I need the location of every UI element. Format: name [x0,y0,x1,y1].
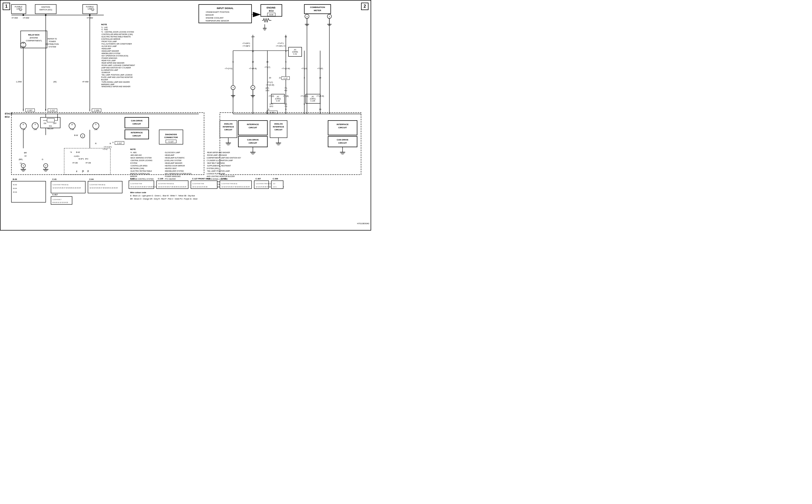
svg-text:INTERFACE: INTERFACE [337,123,348,126]
svg-text:*3: *3 [20,162,21,165]
svg-text:COMBINATION: COMBINATION [310,6,325,8]
svg-text:<T>GR-L*2: <T>GR-L*2 [276,45,285,47]
svg-text:12 13 14 15 16 17 18 19 20 21 : 12 13 14 15 16 17 18 19 20 21 22 23 24 [52,187,81,189]
svg-text:8: 8 [23,123,24,125]
svg-text:1 2 3 4 5  6 7 8 9 10 11: 1 2 3 4 5 6 7 8 9 10 11 [52,184,68,185]
svg-text:9: 9 [35,123,36,125]
svg-text:C-307: C-307 [255,178,261,180]
svg-text:·HEATED DOOR MIRROR: ·HEATED DOOR MIRROR [164,165,185,167]
page-container: 1 2 FUSIBLE LINK 24 <F>8W <F>8W IGNITION… [0,0,371,231]
svg-text:J/C: J/C [311,96,314,98]
svg-text:ECU: ECU [5,116,10,118]
svg-text:·IMMOBILIZER SYSTEM: ·IMMOBILIZER SYSTEM [101,52,120,54]
svg-text:Wire colour code: Wire colour code [130,191,146,194]
svg-text:·FRONT FOG LAMP: ·FRONT FOG LAMP [101,41,117,42]
svg-text:10A: 10A [94,129,98,130]
svg-text:B*2: B*2 [85,158,88,160]
svg-text:C-309: C-309 [94,109,99,111]
svg-text:<T>SB*2: <T>SB*2 [242,45,250,47]
svg-text:J/C: J/C [277,96,279,98]
svg-text:2: 2 [23,108,24,111]
svg-text:CIRCUIT: CIRCUIT [249,126,257,129]
svg-text:B-W: B-W [74,134,78,136]
svg-text:C-37: C-37 [284,77,288,79]
svg-text:OFF: OFF [53,122,56,124]
svg-text:(W): (W) [53,81,57,83]
svg-text:1 2 3 4  5 6 7 8 9: 1 2 3 4 5 6 7 8 9 [130,183,142,184]
svg-text:20*2: 20*2 [269,105,273,107]
svg-text:3: 3 [306,16,307,17]
svg-text:1 2 1: 1 2 1 [273,186,276,188]
svg-text:10 11 12 13 14 15 16 17 18 19 : 10 11 12 13 14 15 16 17 18 19 20 21 22 [130,186,159,188]
svg-text:·HEADLAMP: ·HEADLAMP [101,48,111,50]
svg-text:CAN DRIVE: CAN DRIVE [247,139,259,141]
svg-text:<LHD>: <LHD> [74,155,79,157]
svg-text:7*2: 7*2 [284,105,287,107]
svg-text:19*1: 19*1 [269,103,273,105]
svg-text:<F>2B: <F>2B [72,162,78,164]
svg-text:ILLUMINATION LAMP: ILLUMINATION LAMP [101,69,118,71]
svg-text:CIRCUIT: CIRCUIT [338,126,347,129]
svg-text:ANALOG: ANALOG [224,123,232,125]
svg-text:B-W: B-W [76,151,80,153]
svg-text:CIRCUIT: CIRCUIT [132,135,141,137]
svg-text:·HEADLAMP AUTOMATIC: ·HEADLAMP AUTOMATIC [164,157,185,159]
svg-text:·ELECTRIC RETRACTABLE: ·ELECTRIC RETRACTABLE [130,170,152,172]
svg-text:(CAN1): (CAN1) [310,98,316,100]
svg-text:<F>8W: <F>8W [11,17,18,19]
svg-text:1 2 3 4 5 6 7 8 9 10 11: 1 2 3 4 5 6 7 8 9 10 11 [256,183,272,184]
svg-text:1 2 3 4  5 6 7: 1 2 3 4 5 6 7 [52,199,61,200]
svg-text:3: 3 [45,165,46,167]
svg-text:4: 4 [252,87,253,89]
svg-text:SYSTEM: SYSTEM [130,162,137,164]
svg-text:ENGINE-: ENGINE- [267,6,276,9]
svg-text:RELAY BOX: RELAY BOX [28,34,39,36]
svg-text:<T>(G-W): <T>(G-W) [266,84,274,86]
svg-text:DISTRIBUTION: DISTRIBUTION [46,43,59,45]
svg-text:·ELECTRIC RETRACTABLE REMOTE: ·ELECTRIC RETRACTABLE REMOTE [101,36,131,38]
svg-text:5: 5 [95,123,96,125]
svg-text:C-309: C-309 [272,178,278,180]
svg-text:·HEADLAMP WASHER: ·HEADLAMP WASHER [101,50,119,52]
svg-text:3: 3 [23,165,24,167]
svg-text:G: G [42,158,43,161]
svg-text:8: 8 [268,108,269,110]
svg-text:6*2: 6*2 [284,90,287,91]
svg-text:C-01: C-01 [52,178,56,180]
svg-text:CAN DRIVE: CAN DRIVE [131,120,143,122]
svg-text:<T>(R-B): <T>(R-B) [249,68,257,70]
svg-text:C-127 FRONT SIDE: C-127 FRONT SIDE [192,178,210,180]
svg-text:30: 30 [22,42,24,44]
svg-text:·PTC HEATER: ·PTC HEATER [164,178,176,180]
svg-text:INTERFACE: INTERFACE [223,126,234,128]
svg-text:<T>(0): <T>(0) [268,95,274,97]
svg-text:·SEAT BELT WARNING: ·SEAT BELT WARNING [207,162,225,164]
svg-text:33: 33 [92,9,94,11]
svg-text:10: 10 [24,155,26,157]
svg-text:12 13 14 15 16 17 18 19 20 21 : 12 13 14 15 16 17 18 19 20 21 22 23 24 [90,187,118,189]
svg-text:·CONTROLLER AREA: ·CONTROLLER AREA [130,165,148,167]
svg-text:INTERFACE: INTERFACE [273,126,284,128]
svg-text:C-317: C-317 [52,193,58,196]
svg-text:C-01: C-01 [293,53,297,55]
svg-text:<F>8W: <F>8W [23,17,29,19]
svg-text:REMOTE CONTROLLED: REMOTE CONTROLLED [130,173,150,175]
svg-text:B: B [110,142,111,145]
svg-text:·BACK WARNING SYSTEM: ·BACK WARNING SYSTEM [130,157,152,159]
svg-text:·HEATED SEAT: ·HEATED SEAT [164,167,176,169]
svg-text:TEMPERATURE SENSOR: TEMPERATURE SENSOR [205,20,229,22]
svg-text:9: 9 [285,108,286,110]
svg-text:MIRROR: MIRROR [130,175,137,177]
svg-text:ON: ON [43,122,46,124]
svg-text:*1: *1 [82,170,83,171]
svg-text:BR: BR [24,152,27,154]
svg-text:LEVELLING SYSTEM: LEVELLING SYSTEM [164,160,181,161]
wiring-diagram: FUSIBLE LINK 24 <F>8W <F>8W IGNITION SWI… [1,1,370,230]
svg-text:<T>(Y): <T>(Y) [267,81,273,83]
svg-text:CONNECTOR: CONNECTOR [164,136,178,139]
svg-text:·REAR WIPER AND WASHER: ·REAR WIPER AND WASHER [101,62,124,64]
svg-text:CIRCUIT: CIRCUIT [224,129,232,131]
svg-text:*2: *2 [87,170,89,171]
svg-text:·SUPPLEMENTAL RESTRAINT: ·SUPPLEMENTAL RESTRAINT [207,165,231,167]
svg-text:IGNITION: IGNITION [41,6,50,8]
